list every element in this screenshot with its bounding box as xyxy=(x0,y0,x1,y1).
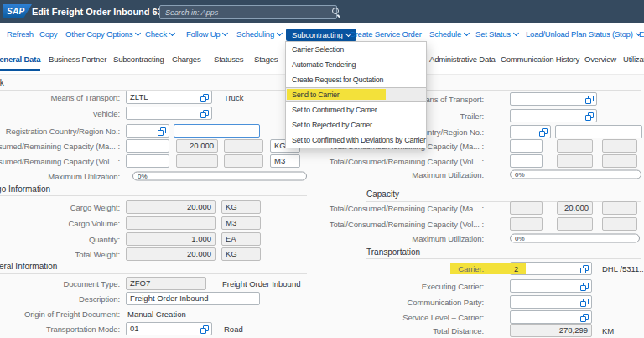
means-of-transport-input[interactable]: ZLTL xyxy=(126,91,212,104)
document-type-field: ZFO7 xyxy=(126,277,206,290)
cargo-volume-label: Cargo Volume: xyxy=(0,219,120,228)
tab-charges[interactable]: Charges xyxy=(172,54,201,69)
set-status-button[interactable]: Set Status xyxy=(475,23,518,45)
trailer-registration-country-input[interactable] xyxy=(510,125,551,138)
tab-general-data[interactable]: General Data xyxy=(0,54,40,71)
value-help-icon[interactable] xyxy=(585,96,594,104)
value-help-icon[interactable] xyxy=(200,325,209,334)
section-divider xyxy=(366,201,641,202)
value-help-icon[interactable] xyxy=(580,265,589,273)
capacity-mass-label-right: Total/Consumed/Remaining Capacity (Ma...… xyxy=(274,204,484,213)
value-help-icon[interactable] xyxy=(585,112,594,121)
menu-item-carrier-selection[interactable]: Carrier Selection xyxy=(286,42,426,57)
tab-communication-history[interactable]: Communication History xyxy=(501,54,579,69)
cut-off-toolbar-button[interactable]: E xyxy=(639,23,644,45)
menu-item-set-to-confirmed-by-carrier[interactable]: Set to Confirmed by Carrier xyxy=(286,102,426,117)
tab-business-partner[interactable]: Business Partner xyxy=(49,54,106,69)
capacity-volume-total-input[interactable] xyxy=(126,154,169,168)
trailer-capacity-volume-label: Total/Consumed/Remaining Capacity (Vol..… xyxy=(274,157,484,166)
vehicle-label: Vehicle: xyxy=(0,109,120,118)
vehicle-input[interactable] xyxy=(126,107,212,120)
communication-party-label: Communication Party: xyxy=(274,298,484,307)
capacity-volume-consumed-field xyxy=(176,154,218,168)
value-help-icon[interactable] xyxy=(200,94,209,102)
section-title-general-information: General Information xyxy=(0,262,57,271)
transportation-mode-input[interactable]: 01 xyxy=(126,322,212,335)
value-help-icon[interactable] xyxy=(200,110,209,118)
capacity-volume-total-field-right xyxy=(510,217,543,231)
description-input[interactable]: Freight Order Inbound xyxy=(126,292,260,305)
communication-party-input[interactable] xyxy=(510,295,592,309)
trailer-capacity-mass-consumed-field xyxy=(557,139,593,153)
schedule-button[interactable]: Schedule xyxy=(429,23,469,45)
tab-subcontracting[interactable]: Subcontracting xyxy=(113,54,164,69)
trailer-registration-number-input[interactable] xyxy=(555,125,642,138)
section-title-truck: Truck xyxy=(0,78,4,87)
capacity-mass-remaining-field xyxy=(224,139,263,153)
trailer-input[interactable] xyxy=(510,109,597,122)
value-help-icon[interactable] xyxy=(158,127,166,136)
refresh-button[interactable]: Refresh xyxy=(7,23,34,45)
registration-number-input[interactable] xyxy=(174,124,260,138)
subcontracting-dropdown-menu: Carrier Selection Automatic Tendering Cr… xyxy=(285,41,427,148)
carrier-label: Carrier: xyxy=(274,264,484,273)
origin-of-freight-document-label: Origin of Freight Document: xyxy=(0,309,120,319)
capacity-mass-consumed-field: 20.000 xyxy=(176,139,218,153)
service-level-carrier-input[interactable] xyxy=(510,310,592,324)
value-help-icon[interactable] xyxy=(539,128,548,137)
menu-item-set-to-rejected-by-carrier[interactable]: Set to Rejected by Carrier xyxy=(286,117,426,133)
maximum-utilization-label-right: Maximum Utilization: xyxy=(274,234,484,243)
value-help-icon[interactable] xyxy=(580,299,589,307)
subcontracting-menu-button[interactable]: Subcontracting xyxy=(286,29,356,41)
executing-carrier-input[interactable] xyxy=(510,279,592,293)
section-title-transportation: Transportation xyxy=(366,247,420,257)
search-icon[interactable] xyxy=(332,8,340,16)
cargo-weight-label: Cargo Weight: xyxy=(0,203,120,212)
load-unload-plan-status-button[interactable]: Load/Unload Plan Status (Stop) xyxy=(526,23,641,45)
maximum-utilization-bar-right: 0% xyxy=(510,234,640,243)
value-help-icon[interactable] xyxy=(580,314,589,322)
copy-button[interactable]: Copy xyxy=(39,23,57,45)
quantity-field: 1.000 xyxy=(126,232,216,246)
cargo-weight-unit-field: KG xyxy=(221,200,261,214)
cargo-volume-field xyxy=(126,216,216,230)
menu-item-send-to-carrier[interactable]: Send to Carrier xyxy=(286,87,426,102)
menu-item-create-request-for-quotation[interactable]: Create Request for Quotation xyxy=(286,72,426,87)
trailer-capacity-mass-total-input[interactable] xyxy=(510,139,543,153)
total-weight-label: Total Weight: xyxy=(0,250,120,259)
search-input[interactable] xyxy=(159,5,337,19)
follow-up-button[interactable]: Follow Up xyxy=(186,23,227,45)
capacity-volume-label: Total/Consumed/Remaining Capacity (Vol..… xyxy=(0,157,120,166)
trailer-capacity-volume-total-input[interactable] xyxy=(510,154,543,168)
chevron-down-icon xyxy=(277,30,283,36)
check-button[interactable]: Check xyxy=(145,23,174,45)
section-divider xyxy=(0,273,307,274)
tab-stages[interactable]: Stages xyxy=(254,54,278,69)
capacity-volume-remaining-field-right xyxy=(602,217,637,231)
maximum-utilization-label: Maximum Utilization: xyxy=(0,172,120,181)
menu-item-automatic-tendering[interactable]: Automatic Tendering xyxy=(286,57,426,72)
service-level-carrier-label: Service Level – Carrier: xyxy=(274,313,484,322)
value-help-icon[interactable] xyxy=(580,283,589,291)
total-weight-field: 20.000 xyxy=(126,247,216,261)
carrier-desc: DHL /5311... xyxy=(602,264,644,273)
transportation-mode-desc: Road xyxy=(224,325,243,334)
executing-carrier-label: Executing Carrier: xyxy=(274,282,484,291)
scheduling-button[interactable]: Scheduling xyxy=(236,23,282,45)
tab-overview[interactable]: Overview xyxy=(584,54,616,69)
origin-of-freight-document-value: Manual Creation xyxy=(127,309,186,319)
capacity-mass-total-input[interactable] xyxy=(126,139,169,153)
trailer-maximum-utilization-bar: 0% xyxy=(510,170,641,179)
trailer-maximum-utilization-label: Maximum Utilization: xyxy=(274,170,484,179)
trailer-capacity-volume-remaining-field xyxy=(602,154,637,168)
menu-item-set-to-confirmed-with-deviations[interactable]: Set to Confirmed with Deviations by Carr… xyxy=(286,133,426,148)
registration-country-input[interactable] xyxy=(126,124,169,138)
chevron-down-icon xyxy=(513,30,519,36)
document-type-label: Document Type: xyxy=(0,279,120,289)
trailer-means-of-transport-input[interactable] xyxy=(510,92,597,106)
tab-statuses[interactable]: Statuses xyxy=(214,54,243,69)
tab-administrative-data[interactable]: Administrative Data xyxy=(429,54,496,69)
tab-utilization[interactable]: Utilization xyxy=(623,54,644,69)
sap-logo: SAP xyxy=(3,4,32,18)
other-copy-options-button[interactable]: Other Copy Options xyxy=(65,23,140,45)
